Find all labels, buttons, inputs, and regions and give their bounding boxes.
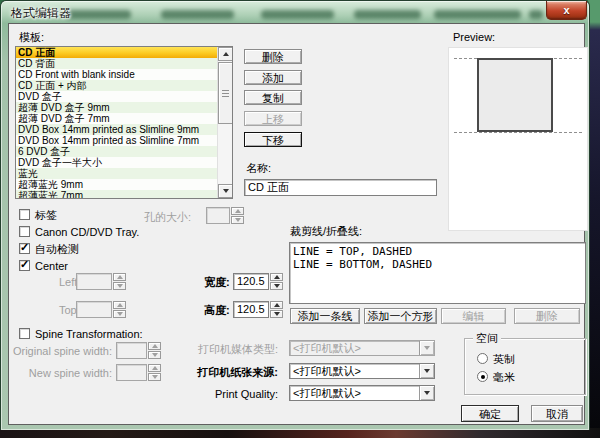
canon-tray-checkbox-row[interactable]: Canon CD/DVD Tray. [19,225,139,238]
list-item[interactable]: DVD 盒子一半大小 [16,157,217,168]
list-item[interactable]: 超薄蓝光 7mm [16,190,217,198]
chevron-down-icon [424,369,430,373]
ok-button[interactable]: 确定 [461,405,519,422]
add-line-button[interactable]: 添加一条线 [290,308,360,324]
width-stepper[interactable]: 120.5 [233,273,283,290]
original-spine-width-input [116,342,147,359]
copy-template-button[interactable]: 复制 [244,90,302,105]
glass-reflection [529,10,543,19]
arrow-down-icon [235,218,241,222]
thumb-grip-icon [222,90,229,97]
screen: 格式编辑器 x 模板: CD 正面 CD 背面 CD Front with bl… [0,0,600,438]
add-square-button[interactable]: 添加一个方形 [364,308,437,324]
list-item[interactable]: 超薄 DVD 盒子 7mm [16,113,217,124]
spin-down-button[interactable] [270,282,283,290]
arrow-down-icon [274,312,280,316]
scroll-down-button[interactable] [218,184,233,198]
top-stepper [76,301,126,318]
spin-up-button[interactable] [270,301,283,309]
checkbox-icon [19,226,30,237]
metric-radio-row[interactable]: 毫米 [477,370,515,383]
width-input[interactable]: 120.5 [233,273,269,290]
auto-detect-label: 自动检测 [35,243,79,255]
template-list-rows: CD 正面 CD 背面 CD Front with blank inside C… [16,47,217,198]
radio-icon [477,353,488,364]
checkbox-checked-icon [19,260,30,271]
arrow-down-icon [117,312,123,316]
glass-reflection [354,10,421,19]
glass-reflection [434,10,521,19]
dropdown-button [419,341,434,355]
template-list[interactable]: CD 正面 CD 背面 CD Front with blank inside C… [15,46,233,199]
space-group-label: 空间 [473,332,501,344]
top-input [76,301,112,318]
arrow-up-icon [223,52,229,56]
list-item[interactable]: CD 正面 + 内部 [16,80,217,91]
checkbox-checked-icon [19,243,30,254]
preview-label: Preview: [453,31,495,43]
printer-media-type-select: <打印机默认> [289,340,435,356]
printer-media-type-value: <打印机默认> [290,341,419,355]
print-quality-select[interactable]: <打印机默认> [289,385,435,401]
chevron-down-icon [424,346,430,350]
list-scrollbar[interactable] [217,47,232,198]
center-checkbox-row[interactable]: Center [19,259,68,272]
spin-down-button [113,310,126,318]
scrollbar-thumb[interactable] [218,62,233,124]
new-spine-width-stepper [116,364,161,381]
crop-line-bottom [454,132,582,133]
list-item[interactable]: 蓝光 [16,168,217,179]
name-label: 名称: [246,162,271,174]
arrow-down-icon [152,353,158,357]
list-item[interactable]: DVD Box 14mm printed as Slimline 9mm [16,124,217,135]
crop-line-entry[interactable]: LINE = TOP, DASHED [293,245,582,258]
metric-label: 毫米 [493,371,515,383]
spin-down-button[interactable] [270,310,283,318]
printer-paper-source-select[interactable]: <打印机默认> [289,363,435,379]
name-input[interactable]: CD 正面 [244,179,437,196]
spin-up-button [113,273,126,281]
hole-size-input [206,207,230,224]
spine-transformation-checkbox-row[interactable]: Spine Transformation: [19,327,143,340]
list-item[interactable]: CD 正面 [16,47,217,58]
glass-reflection [161,10,234,19]
width-label: 宽度: [204,276,230,288]
dropdown-button[interactable] [419,364,434,378]
height-input[interactable]: 120.5 [233,301,269,318]
list-item[interactable]: CD Front with blank inside [16,69,217,80]
spin-up-button[interactable] [270,273,283,281]
height-stepper[interactable]: 120.5 [233,301,283,318]
list-item[interactable]: 超薄蓝光 9mm [16,179,217,190]
arrow-up-icon [274,275,280,279]
crop-lines-listbox[interactable]: LINE = TOP, DASHED LINE = BOTTOM, DASHED [289,242,586,304]
add-template-button[interactable]: 添加 [244,70,302,85]
move-down-button[interactable]: 下移 [244,132,302,147]
title-bar[interactable]: 格式编辑器 x [1,1,589,23]
scroll-up-button[interactable] [218,47,233,61]
spin-down-button [231,216,244,224]
close-button[interactable]: x [546,1,587,20]
list-item[interactable]: 超薄 DVD 盒子 9mm [16,102,217,113]
list-item[interactable]: DVD 盒子 [16,91,217,102]
arrow-down-icon [117,284,123,288]
list-item[interactable]: CD 背面 [16,58,217,69]
printer-paper-source-label: 打印机纸张来源: [159,366,278,378]
glass-reflection [261,10,334,19]
space-units-group: 空间 英制 毫米 [464,338,586,395]
imperial-radio-row[interactable]: 英制 [477,352,515,365]
delete-template-button[interactable]: 删除 [244,49,302,64]
list-item[interactable]: DVD Box 14mm printed as Slimline 7mm [16,135,217,146]
dropdown-button[interactable] [419,386,434,400]
close-icon: x [563,5,569,16]
arrow-up-icon [117,275,123,279]
edit-line-button: 编辑 [441,308,506,324]
crop-lines-label: 裁剪线/折叠线: [290,225,362,237]
cancel-button[interactable]: 取消 [531,405,583,422]
hole-size-label: 孔的大小: [144,211,191,223]
arrow-up-icon [117,303,123,307]
list-item[interactable]: 6 DVD 盒子 [16,146,217,157]
checkbox-icon [19,328,30,339]
auto-detect-checkbox-row[interactable]: 自动检测 [19,242,79,255]
label-checkbox-row[interactable]: 标签 [19,208,57,221]
crop-line-entry[interactable]: LINE = BOTTOM, DASHED [293,258,582,271]
